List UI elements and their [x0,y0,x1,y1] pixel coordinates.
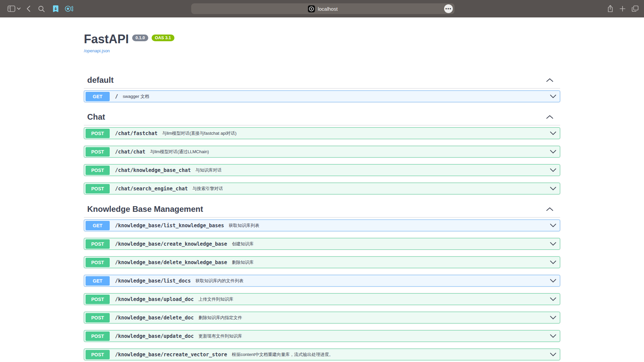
chevron-down-icon[interactable] [550,260,556,264]
method-badge: GET [86,221,110,230]
chevron-down-icon[interactable] [550,242,556,246]
tabs-icon [632,5,639,12]
chevron-up-icon [546,78,553,82]
endpoint-description: 删除知识库内指定文件 [199,315,242,321]
endpoint-row[interactable]: POST /chat/chat 与llm模型对话(通过LLMChain) [84,146,560,158]
chevron-down-icon[interactable] [550,224,556,227]
endpoint-description: 删除知识库 [232,259,254,265]
method-badge: GET [86,92,110,101]
address-bar[interactable]: localhost ••• [191,3,454,14]
endpoint-row[interactable]: POST /chat/knowledge_base_chat 与知识库对话 [84,164,560,176]
share-button[interactable] [607,5,613,12]
endpoint-row[interactable]: POST /knowledge_base/delete_doc 删除知识库内指定… [84,312,560,323]
url-text: localhost [318,6,337,12]
endpoint-row[interactable]: POST /knowledge_base/upload_doc 上传文件到知识库 [84,293,560,305]
endpoint-row[interactable]: GET / swagger 文档 [84,90,560,102]
endpoint-description: 与知识库对话 [196,167,222,173]
endpoint-path: /knowledge_base/recreate_vector_store [115,352,227,358]
new-tab-button[interactable] [620,6,626,12]
section-header-chat[interactable]: Chat [84,109,560,125]
method-badge: POST [86,331,110,341]
endpoint-row[interactable]: POST /knowledge_base/update_doc 更新现有文件到知… [84,330,560,342]
back-icon [26,5,31,12]
section-title: Chat [87,112,105,122]
endpoint-path: /knowledge_base/list_knowledge_bases [115,223,224,229]
extension-bookmark-button[interactable] [52,5,60,13]
endpoint-row[interactable]: POST /knowledge_base/create_knowledge_ba… [84,238,560,250]
sidebar-toggle-button[interactable] [7,5,15,12]
endpoint-row[interactable]: POST /knowledge_base/delete_knowledge_ba… [84,256,560,268]
method-badge: POST [86,239,110,249]
endpoint-row[interactable]: POST /chat/search_engine_chat 与搜索引擎对话 [84,183,560,194]
endpoint-row[interactable]: POST /chat/fastchat 与llm模型对话(直接与fastchat… [84,127,560,139]
sidebar-chevron-button[interactable] [17,7,21,10]
chevron-down-icon[interactable] [550,131,556,135]
endpoint-description: 与搜索引擎对话 [193,186,223,192]
tab-overview-button[interactable] [632,5,639,12]
chevron-down-icon[interactable] [550,316,556,319]
section-items-chat: POST /chat/fastchat 与llm模型对话(直接与fastchat… [84,125,560,194]
section-header-default[interactable]: default [84,72,560,88]
chevron-down-icon[interactable] [550,187,556,190]
endpoint-path: /knowledge_base/upload_doc [115,296,194,302]
section-title: default [87,75,114,85]
bookmark-download-extension-icon [52,5,60,13]
endpoint-description: 与llm模型对话(通过LLMChain) [150,149,209,155]
endpoint-path: /chat/knowledge_base_chat [115,167,191,173]
method-badge: POST [86,147,110,157]
chevron-down-icon[interactable] [550,334,556,338]
toolbar-right-group [607,0,639,17]
chevron-down-icon[interactable] [550,297,556,301]
plus-icon [620,6,626,12]
section-items-knowledge-base: GET /knowledge_base/list_knowledge_bases… [84,218,560,360]
version-badge: 0.1.0 [132,35,148,41]
swagger-content: FastAPI 0.1.0 OAS 3.1 /openapi.json defa… [84,17,560,360]
extension-broadcast-button[interactable] [64,5,73,13]
chevron-up-icon [546,115,553,119]
method-badge: GET [86,276,110,286]
endpoint-path: / [115,94,118,100]
endpoint-row[interactable]: GET /knowledge_base/list_docs 获取知识库内的文件列… [84,275,560,287]
chevron-down-icon[interactable] [550,279,556,283]
endpoint-description: 更新现有文件到知识库 [199,333,242,339]
endpoint-row[interactable]: GET /knowledge_base/list_knowledge_bases… [84,220,560,231]
toolbar-left-group [0,5,73,13]
endpoint-description: 创建知识库 [232,241,254,247]
endpoint-description: 与llm模型对话(直接与fastchat api对话) [162,130,236,136]
share-icon [607,5,613,12]
page-title: FastAPI [84,32,129,46]
browser-toolbar: localhost ••• [0,0,644,17]
chevron-down-icon[interactable] [550,150,556,154]
section-header-knowledge-base[interactable]: Knowledge Base Management [84,201,560,218]
openapi-json-link[interactable]: /openapi.json [84,48,110,53]
chevron-down-icon[interactable] [550,353,556,356]
search-icon [38,5,45,12]
endpoint-path: /chat/chat [115,149,145,155]
search-button[interactable] [38,5,45,12]
endpoint-description: 上传文件到知识库 [199,296,233,302]
page-more-button[interactable]: ••• [444,4,453,13]
endpoint-description: 根据content中文档重建向量库，流式输出处理进度。 [232,352,333,358]
method-badge: POST [86,129,110,138]
endpoint-path: /knowledge_base/create_knowledge_base [115,241,227,247]
endpoint-description: 获取知识库内的文件列表 [196,278,244,284]
endpoint-description: swagger 文档 [123,94,149,100]
method-badge: POST [86,184,110,193]
method-badge: POST [86,258,110,267]
endpoint-row[interactable]: POST /knowledge_base/recreate_vector_sto… [84,349,560,360]
endpoint-path: /knowledge_base/list_docs [115,278,191,284]
endpoint-description: 获取知识库列表 [229,223,259,229]
section-items-default: GET / swagger 文档 [84,88,560,102]
circle-star-extension-icon [64,5,73,13]
chevron-down-icon[interactable] [550,168,556,172]
lightning-bolt-icon [309,6,314,11]
chevron-down-icon[interactable] [550,95,556,98]
chevron-down-icon [17,7,21,10]
endpoint-path: /knowledge_base/delete_knowledge_base [115,259,227,265]
method-badge: POST [86,313,110,322]
endpoint-path: /chat/fastchat [115,130,157,136]
back-button[interactable] [26,5,31,12]
endpoint-path: /knowledge_base/delete_doc [115,315,194,321]
section-title: Knowledge Base Management [87,204,203,214]
method-badge: POST [86,166,110,175]
